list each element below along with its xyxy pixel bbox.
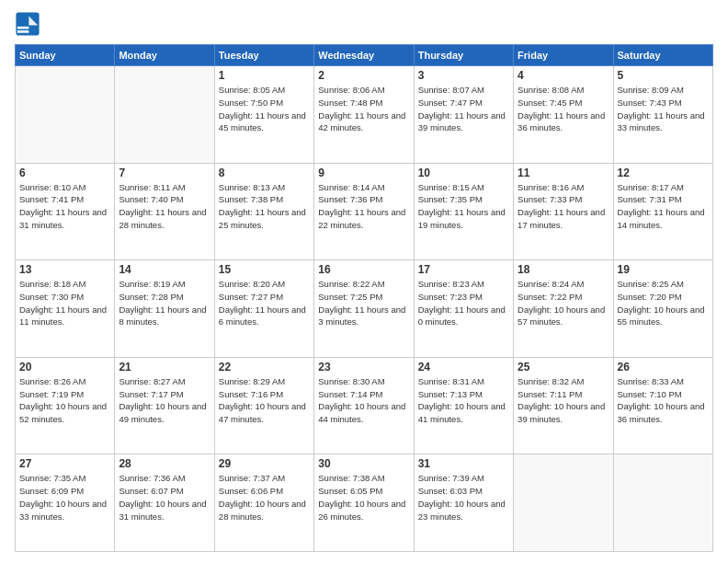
day-number: 23 [318,361,409,373]
day-info: Sunrise: 8:24 AM Sunset: 7:22 PM Dayligh… [518,278,609,328]
page: SundayMondayTuesdayWednesdayThursdayFrid… [0,0,728,563]
calendar-cell: 30Sunrise: 7:38 AM Sunset: 6:05 PM Dayli… [314,454,414,552]
day-info: Sunrise: 8:05 AM Sunset: 7:50 PM Dayligh… [219,84,310,134]
calendar-cell: 26Sunrise: 8:33 AM Sunset: 7:10 PM Dayli… [613,357,712,454]
calendar-cell: 3Sunrise: 8:07 AM Sunset: 7:47 PM Daylig… [414,66,513,164]
calendar-cell: 23Sunrise: 8:30 AM Sunset: 7:14 PM Dayli… [314,357,414,454]
week-row-3: 20Sunrise: 8:26 AM Sunset: 7:19 PM Dayli… [16,357,713,454]
day-info: Sunrise: 8:27 AM Sunset: 7:17 PM Dayligh… [119,375,210,426]
day-number: 11 [518,167,609,179]
week-row-0: 1Sunrise: 8:05 AM Sunset: 7:50 PM Daylig… [16,66,713,164]
day-info: Sunrise: 7:39 AM Sunset: 6:03 PM Dayligh… [418,472,509,523]
day-number: 14 [119,263,210,276]
calendar-cell: 27Sunrise: 7:35 AM Sunset: 6:09 PM Dayli… [16,454,115,552]
day-number: 31 [418,457,509,470]
day-info: Sunrise: 7:36 AM Sunset: 6:07 PM Dayligh… [119,472,210,523]
week-row-4: 27Sunrise: 7:35 AM Sunset: 6:09 PM Dayli… [16,454,713,552]
day-info: Sunrise: 8:23 AM Sunset: 7:23 PM Dayligh… [418,278,509,328]
weekday-header-saturday: Saturday [613,45,712,66]
day-info: Sunrise: 8:31 AM Sunset: 7:13 PM Dayligh… [418,375,509,426]
calendar-cell: 20Sunrise: 8:26 AM Sunset: 7:19 PM Dayli… [16,357,115,454]
calendar-cell: 24Sunrise: 8:31 AM Sunset: 7:13 PM Dayli… [414,357,513,454]
calendar-cell: 11Sunrise: 8:16 AM Sunset: 7:33 PM Dayli… [514,163,613,260]
day-number: 29 [219,457,310,470]
calendar-cell: 16Sunrise: 8:22 AM Sunset: 7:25 PM Dayli… [314,260,414,358]
day-number: 2 [318,69,409,82]
calendar-cell: 31Sunrise: 7:39 AM Sunset: 6:03 PM Dayli… [414,454,513,552]
day-number: 1 [219,69,310,82]
day-info: Sunrise: 8:11 AM Sunset: 7:40 PM Dayligh… [119,181,210,232]
day-number: 26 [618,361,709,373]
day-info: Sunrise: 8:22 AM Sunset: 7:25 PM Dayligh… [318,278,409,328]
day-number: 9 [318,167,409,179]
weekday-header-sunday: Sunday [16,45,115,66]
calendar-cell: 29Sunrise: 7:37 AM Sunset: 6:06 PM Dayli… [214,454,313,552]
calendar-cell: 18Sunrise: 8:24 AM Sunset: 7:22 PM Dayli… [514,260,613,358]
calendar-cell: 5Sunrise: 8:09 AM Sunset: 7:43 PM Daylig… [613,66,712,164]
calendar-cell [115,66,214,164]
weekday-header-thursday: Thursday [414,45,513,66]
calendar-cell: 10Sunrise: 8:15 AM Sunset: 7:35 PM Dayli… [414,163,513,260]
header [15,11,713,37]
day-number: 8 [219,167,310,179]
svg-rect-2 [17,27,29,29]
calendar-cell: 22Sunrise: 8:29 AM Sunset: 7:16 PM Dayli… [214,357,313,454]
day-info: Sunrise: 8:16 AM Sunset: 7:33 PM Dayligh… [518,181,609,232]
day-info: Sunrise: 8:20 AM Sunset: 7:27 PM Dayligh… [219,278,310,328]
day-info: Sunrise: 8:13 AM Sunset: 7:38 PM Dayligh… [219,181,310,232]
calendar-cell [16,66,115,164]
calendar-cell: 25Sunrise: 8:32 AM Sunset: 7:11 PM Dayli… [514,357,613,454]
weekday-header-tuesday: Tuesday [214,45,313,66]
day-number: 7 [119,167,210,179]
day-number: 20 [19,361,110,373]
weekday-header-wednesday: Wednesday [314,45,414,66]
calendar-cell: 14Sunrise: 8:19 AM Sunset: 7:28 PM Dayli… [115,260,214,358]
calendar-cell: 1Sunrise: 8:05 AM Sunset: 7:50 PM Daylig… [214,66,313,164]
day-info: Sunrise: 8:25 AM Sunset: 7:20 PM Dayligh… [618,278,709,328]
calendar-cell [514,454,613,552]
day-number: 5 [618,69,709,82]
day-number: 10 [418,167,509,179]
day-info: Sunrise: 7:38 AM Sunset: 6:05 PM Dayligh… [318,472,409,523]
day-number: 16 [318,263,409,276]
day-number: 30 [318,457,409,470]
calendar-cell: 28Sunrise: 7:36 AM Sunset: 6:07 PM Dayli… [115,454,214,552]
day-number: 4 [518,69,609,82]
day-number: 27 [19,457,110,470]
day-number: 28 [119,457,210,470]
day-info: Sunrise: 8:15 AM Sunset: 7:35 PM Dayligh… [418,181,509,232]
calendar-cell: 21Sunrise: 8:27 AM Sunset: 7:17 PM Dayli… [115,357,214,454]
weekday-header-friday: Friday [514,45,613,66]
calendar-cell: 19Sunrise: 8:25 AM Sunset: 7:20 PM Dayli… [613,260,712,358]
calendar-table: SundayMondayTuesdayWednesdayThursdayFrid… [15,44,713,552]
calendar-cell: 2Sunrise: 8:06 AM Sunset: 7:48 PM Daylig… [314,66,414,164]
calendar-cell: 8Sunrise: 8:13 AM Sunset: 7:38 PM Daylig… [214,163,313,260]
day-info: Sunrise: 8:17 AM Sunset: 7:31 PM Dayligh… [618,181,709,232]
logo-icon [15,11,40,37]
week-row-2: 13Sunrise: 8:18 AM Sunset: 7:30 PM Dayli… [16,260,713,358]
day-number: 19 [618,263,709,276]
calendar-cell: 13Sunrise: 8:18 AM Sunset: 7:30 PM Dayli… [16,260,115,358]
day-info: Sunrise: 8:18 AM Sunset: 7:30 PM Dayligh… [19,278,110,328]
day-info: Sunrise: 8:33 AM Sunset: 7:10 PM Dayligh… [618,375,709,426]
day-info: Sunrise: 8:14 AM Sunset: 7:36 PM Dayligh… [318,181,409,232]
day-number: 13 [19,263,110,276]
day-info: Sunrise: 8:19 AM Sunset: 7:28 PM Dayligh… [119,278,210,328]
day-info: Sunrise: 8:29 AM Sunset: 7:16 PM Dayligh… [219,375,310,426]
calendar-cell: 15Sunrise: 8:20 AM Sunset: 7:27 PM Dayli… [214,260,313,358]
day-number: 12 [618,167,709,179]
week-row-1: 6Sunrise: 8:10 AM Sunset: 7:41 PM Daylig… [16,163,713,260]
day-number: 3 [418,69,509,82]
calendar-cell: 17Sunrise: 8:23 AM Sunset: 7:23 PM Dayli… [414,260,513,358]
day-info: Sunrise: 8:07 AM Sunset: 7:47 PM Dayligh… [418,84,509,134]
day-info: Sunrise: 8:32 AM Sunset: 7:11 PM Dayligh… [518,375,609,426]
svg-rect-3 [17,30,29,33]
calendar-cell: 4Sunrise: 8:08 AM Sunset: 7:45 PM Daylig… [514,66,613,164]
day-info: Sunrise: 8:08 AM Sunset: 7:45 PM Dayligh… [518,84,609,134]
day-number: 25 [518,361,609,373]
calendar-cell: 9Sunrise: 8:14 AM Sunset: 7:36 PM Daylig… [314,163,414,260]
day-info: Sunrise: 8:26 AM Sunset: 7:19 PM Dayligh… [19,375,110,426]
day-number: 6 [19,167,110,179]
day-number: 15 [219,263,310,276]
logo [15,11,44,37]
